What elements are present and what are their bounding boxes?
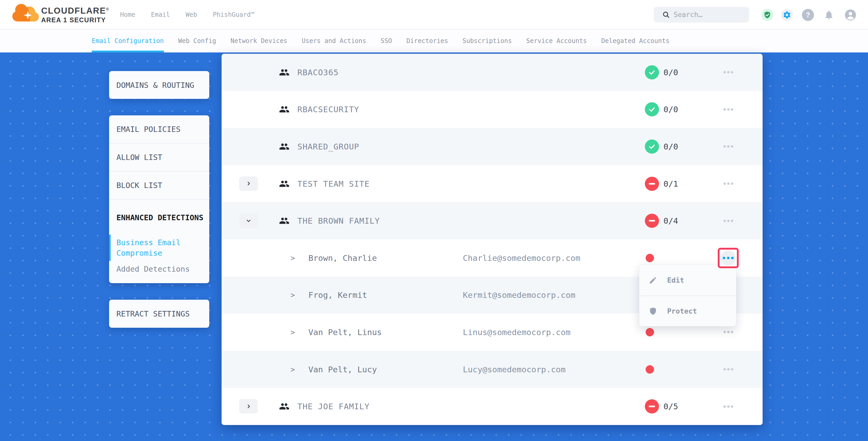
sidebar-item-label: BLOCK LIST [117, 180, 162, 191]
sidebar-item-added-detections[interactable]: Added Detections [109, 260, 209, 278]
user-email: Charlie@somedemocorp.com [463, 253, 580, 263]
primary-nav-item-phishguard[interactable]: PhishGuard™ [213, 11, 254, 18]
table-row-group: SHARED_GROUP0/0 [222, 128, 763, 165]
table-row-group: THE BROWN FAMILY0/4 [222, 202, 763, 240]
ellipsis-menu-button[interactable] [716, 213, 740, 229]
sidebar-item-label: Business Email Compromise [117, 237, 204, 258]
status-blocked-badge [645, 399, 659, 413]
ellipsis-menu-button[interactable] [716, 139, 740, 154]
ellipsis-menu-button[interactable] [716, 64, 740, 80]
settings-gear-icon[interactable] [781, 9, 793, 21]
ellipsis-menu-button[interactable] [716, 399, 740, 414]
sidebar-item-label: EMAIL POLICIES [117, 124, 180, 134]
annotation-highlight-box [718, 248, 739, 268]
brand-name: CLOUDFLARE® [41, 6, 104, 16]
secondary-nav: Email ConfigurationWeb ConfigNetwork Dev… [0, 29, 868, 53]
tab-delegated-accounts[interactable]: Delegated Accounts [601, 29, 670, 53]
protected-count: 0/1 [663, 179, 678, 189]
group-name: THE JOE FAMILY [298, 402, 370, 411]
groups-table-panel: RBACO3650/0RBACSECURITY0/0SHARED_GROUP0/… [222, 54, 763, 425]
table-row-group: RBACSECURITY0/0 [222, 91, 763, 128]
tab-service-accounts[interactable]: Service Accounts [526, 29, 587, 53]
user-row-caret: > [290, 365, 295, 374]
group-people-icon [279, 179, 289, 189]
shield-check-icon[interactable] [761, 9, 773, 21]
user-name: Frog, Kermit [308, 290, 367, 300]
context-menu-item-label: Edit [667, 276, 684, 284]
tab-email-configuration[interactable]: Email Configuration [92, 29, 164, 53]
top-header: CLOUDFLARE® AREA 1 SECURITY HomeEmailWeb… [0, 0, 868, 29]
sidebar-item-enhanced-detections[interactable]: ENHANCED DETECTIONS [109, 199, 209, 236]
context-menu-item-protect[interactable]: Protect [639, 295, 736, 326]
primary-nav-item-home[interactable]: Home [120, 11, 135, 18]
sidebar-card-policies: EMAIL POLICIESALLOW LISTBLOCK LISTENHANC… [109, 115, 209, 283]
search-box[interactable] [654, 7, 749, 23]
group-people-icon [279, 401, 289, 412]
sidebar-item-block-list[interactable]: BLOCK LIST [109, 171, 209, 199]
tab-network-devices[interactable]: Network Devices [230, 29, 287, 53]
account-user-icon[interactable] [844, 9, 857, 21]
ellipsis-menu-button-active[interactable] [721, 250, 736, 265]
sidebar-item-business-email-compromise[interactable]: Business Email Compromise [109, 236, 209, 260]
group-people-icon [279, 67, 289, 77]
group-name: RBACSECURITY [298, 105, 359, 114]
notifications-bell-icon[interactable] [823, 9, 835, 21]
minus-glyph [649, 220, 655, 222]
primary-nav-item-email[interactable]: Email [151, 11, 170, 18]
sidebar-item-domains-routing[interactable]: DOMAINS & ROUTING [109, 71, 209, 99]
tab-directories[interactable]: Directories [406, 29, 448, 53]
row-context-menu: EditProtect [639, 264, 736, 326]
primary-nav-item-web[interactable]: Web [186, 11, 197, 18]
minus-glyph [649, 406, 655, 407]
help-icon[interactable]: ? [802, 9, 814, 21]
status-ok-badge [645, 65, 659, 80]
ellipsis-menu-button[interactable] [716, 101, 740, 117]
minus-glyph [649, 183, 655, 185]
status-unprotected-dot [646, 365, 654, 374]
user-email: Lucy@somedemocorp.com [463, 365, 566, 374]
table-row-group: TEST TEAM SITE0/1 [222, 165, 763, 202]
tab-sso[interactable]: SSO [380, 29, 392, 53]
search-icon [662, 11, 670, 19]
ellipsis-menu-button[interactable] [716, 176, 740, 192]
sidebar-item-label: ENHANCED DETECTIONS [117, 212, 204, 223]
protected-count: 0/4 [663, 216, 678, 225]
user-name: Brown, Charlie [308, 253, 377, 263]
sidebar-item-email-policies[interactable]: EMAIL POLICIES [109, 115, 209, 144]
group-name: TEST TEAM SITE [298, 179, 370, 189]
protected-count: 0/0 [663, 68, 678, 77]
brand-subtitle: AREA 1 SECURITY [41, 16, 104, 24]
search-input[interactable] [674, 11, 737, 19]
context-menu-item-edit[interactable]: Edit [639, 265, 736, 295]
collapse-row-button[interactable] [239, 213, 258, 228]
protected-count: 0/5 [663, 402, 678, 411]
status-unprotected-dot [646, 328, 654, 336]
sidebar-item-label: Added Detections [117, 264, 190, 274]
status-unprotected-dot [646, 254, 654, 262]
ellipsis-menu-button[interactable] [716, 361, 740, 377]
protected-count: 0/0 [663, 105, 678, 114]
expand-row-button[interactable] [239, 177, 258, 191]
ellipsis-menu-button[interactable] [716, 324, 740, 340]
expand-row-button[interactable] [239, 399, 258, 413]
table-row-group: THE JOE FAMILY0/5 [222, 388, 763, 425]
sidebar-item-retract-settings[interactable]: RETRACT SETTINGS [109, 300, 209, 328]
tab-web-config[interactable]: Web Config [178, 29, 216, 53]
status-blocked-badge [645, 177, 659, 191]
user-name: Van Pelt, Lucy [308, 365, 377, 374]
table-row-user: >Van Pelt, LucyLucy@somedemocorp.com [222, 351, 763, 388]
status-ok-badge [645, 102, 659, 117]
sidebar-card-retract: RETRACT SETTINGS [109, 300, 209, 328]
brand-text: CLOUDFLARE® AREA 1 SECURITY [41, 6, 104, 24]
sidebar-item-label: RETRACT SETTINGS [117, 309, 190, 319]
sidebar-card-domains: DOMAINS & ROUTING [109, 71, 209, 99]
tab-users-and-actions[interactable]: Users and Actions [302, 29, 366, 53]
user-email: Linus@somedemocorp.com [463, 327, 570, 337]
user-row-caret: > [290, 291, 295, 300]
tab-subscriptions[interactable]: Subscriptions [463, 29, 512, 53]
protected-count: 0/0 [663, 142, 678, 151]
sidebar-item-allow-list[interactable]: ALLOW LIST [109, 144, 209, 171]
user-row-caret: > [290, 254, 295, 262]
active-indicator-bar [109, 235, 111, 261]
context-menu-item-label: Protect [667, 307, 697, 315]
